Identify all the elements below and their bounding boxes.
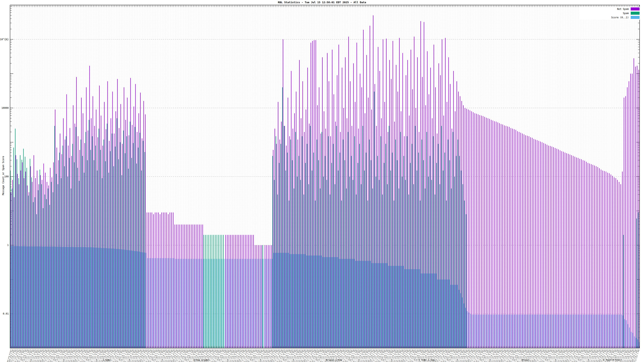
bar-not-spam xyxy=(538,141,539,348)
bar-not-spam xyxy=(499,123,500,348)
bar-not-spam xyxy=(612,176,612,348)
bar-not-spam xyxy=(616,178,616,348)
bar-spam xyxy=(215,235,215,348)
bar-score xyxy=(583,315,584,348)
bar-score xyxy=(592,315,592,348)
bar-spam xyxy=(54,126,55,348)
bar-not-spam xyxy=(593,165,593,348)
bar-spam xyxy=(368,201,368,348)
bar-score xyxy=(441,280,441,348)
bar-not-spam xyxy=(448,57,449,348)
bar-not-spam xyxy=(281,122,282,348)
bar-score xyxy=(424,274,425,348)
bar-spam xyxy=(312,171,312,348)
bar-not-spam xyxy=(601,170,601,348)
bar-score xyxy=(550,315,551,348)
bar-not-spam xyxy=(238,235,239,348)
bar-spam xyxy=(464,201,465,348)
bar-not-spam xyxy=(473,112,473,348)
bars-layer xyxy=(10,15,640,348)
bar-not-spam xyxy=(353,63,354,348)
bar-not-spam xyxy=(626,96,626,348)
bar-not-spam xyxy=(452,129,452,348)
bar-spam xyxy=(440,184,440,348)
bar-not-spam xyxy=(576,157,576,348)
bar-spam xyxy=(92,136,92,348)
bar-score xyxy=(593,315,594,348)
bar-spam xyxy=(305,163,306,348)
bar-not-spam xyxy=(610,175,611,348)
bar-score xyxy=(582,315,582,348)
bar-spam xyxy=(218,235,219,348)
bar-not-spam xyxy=(174,224,175,348)
bar-not-spam xyxy=(352,126,352,348)
bar-score xyxy=(408,269,408,348)
bar-not-spam xyxy=(552,147,552,348)
bar-spam xyxy=(213,235,214,348)
bar-spam xyxy=(44,194,45,348)
bar-spam xyxy=(413,184,414,348)
bar-score xyxy=(478,315,479,348)
bar-spam xyxy=(25,157,25,348)
bar-not-spam xyxy=(56,148,57,348)
bar-spam xyxy=(300,180,301,348)
bar-score xyxy=(102,248,102,348)
bar-spam xyxy=(130,122,130,348)
bar-not-spam xyxy=(574,157,575,348)
bar-score xyxy=(574,315,574,348)
bar-not-spam xyxy=(17,174,18,348)
bar-score xyxy=(526,315,526,348)
bar-not-spam xyxy=(360,74,360,348)
legend-label-not-spam: Not Spam xyxy=(617,8,629,10)
bar-not-spam xyxy=(599,168,600,348)
bar-spam xyxy=(34,197,35,348)
bar-score xyxy=(24,246,25,348)
bar-not-spam xyxy=(545,144,546,348)
bar-not-spam xyxy=(168,214,168,348)
bar-not-spam xyxy=(514,129,514,348)
legend-label-score: Score (0..1) xyxy=(611,16,629,19)
bar-score xyxy=(621,315,622,348)
bar-score xyxy=(374,263,374,348)
bar-not-spam xyxy=(130,78,131,348)
bar-not-spam xyxy=(607,173,608,348)
bar-spam xyxy=(280,144,281,348)
bar-not-spam xyxy=(542,142,542,348)
bar-spam xyxy=(87,160,88,348)
bar-not-spam xyxy=(589,163,590,348)
bar-not-spam xyxy=(94,126,94,348)
bar-not-spam xyxy=(535,140,536,348)
bar-not-spam xyxy=(324,111,324,348)
bar-score xyxy=(475,315,476,348)
bar-not-spam xyxy=(486,118,486,348)
bar-not-spam xyxy=(402,53,403,348)
bar-score xyxy=(568,315,569,348)
bar-not-spam xyxy=(180,224,180,348)
bar-spam xyxy=(125,153,125,348)
bar-score xyxy=(468,312,469,348)
bar-score xyxy=(421,274,422,348)
bar-not-spam xyxy=(75,124,75,348)
bar-not-spam xyxy=(202,224,203,348)
bar-not-spam xyxy=(501,124,501,348)
bar-score xyxy=(311,256,312,348)
bar-not-spam xyxy=(396,65,396,348)
bar-spam xyxy=(310,126,310,348)
bar-not-spam xyxy=(81,97,82,348)
bar-not-spam xyxy=(556,149,557,348)
bar-spam xyxy=(284,126,284,348)
bar-score xyxy=(434,274,434,348)
bar-spam xyxy=(128,169,128,348)
bar-not-spam xyxy=(255,245,256,348)
bar-not-spam xyxy=(381,118,382,348)
bar-not-spam xyxy=(250,235,250,348)
bar-spam xyxy=(17,159,17,348)
bar-not-spam xyxy=(378,47,378,348)
bar-not-spam xyxy=(147,212,147,348)
bar-spam xyxy=(336,126,337,348)
bar-not-spam xyxy=(148,212,149,348)
bar-spam xyxy=(299,156,299,348)
bar-not-spam xyxy=(301,118,301,348)
bar-not-spam xyxy=(245,235,246,348)
bar-spam xyxy=(23,149,24,348)
